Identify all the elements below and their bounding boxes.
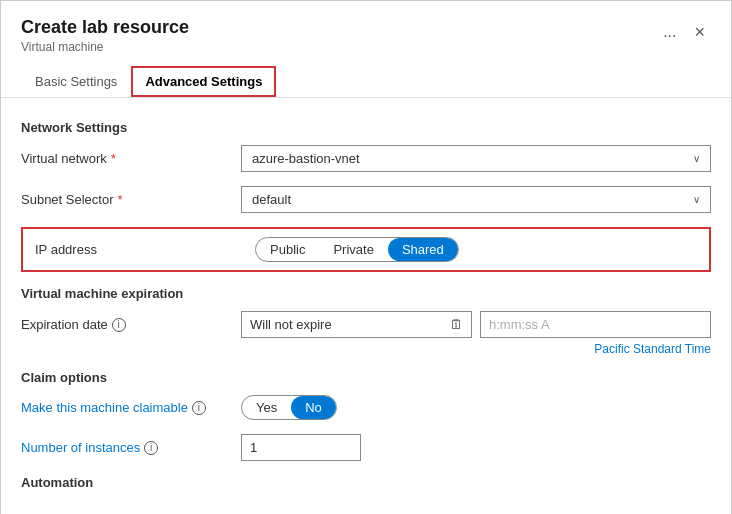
claimable-toggle: Yes No: [241, 395, 337, 420]
subnet-select[interactable]: default ∨: [241, 186, 711, 213]
dialog-title: Create lab resource: [21, 17, 189, 38]
instances-info-icon[interactable]: i: [144, 441, 158, 455]
subnet-required-star: *: [118, 192, 123, 207]
ip-address-label: IP address: [35, 242, 255, 257]
subnet-value: default: [252, 192, 291, 207]
ip-option-public[interactable]: Public: [256, 238, 319, 261]
expiration-date-input[interactable]: Will not expire 🗓: [241, 311, 472, 338]
calendar-icon: 🗓: [450, 317, 463, 332]
claimable-label: Make this machine claimable i: [21, 400, 241, 415]
expiration-section-label: Virtual machine expiration: [21, 286, 711, 301]
subnet-label: Subnet Selector *: [21, 192, 241, 207]
claim-options-section: Claim options Make this machine claimabl…: [21, 370, 711, 461]
tab-advanced[interactable]: Advanced Settings: [131, 66, 276, 97]
required-star: *: [111, 151, 116, 166]
create-lab-resource-dialog: Create lab resource Virtual machine ... …: [0, 0, 732, 514]
subnet-row: Subnet Selector * default ∨: [21, 186, 711, 213]
claimable-row: Make this machine claimable i Yes No: [21, 395, 711, 420]
date-value: Will not expire: [250, 317, 446, 332]
claim-options-label: Claim options: [21, 370, 711, 385]
instances-label: Number of instances i: [21, 440, 241, 455]
virtual-network-row: Virtual network * azure-bastion-vnet ∨: [21, 145, 711, 172]
virtual-network-control: azure-bastion-vnet ∨: [241, 145, 711, 172]
subnet-control: default ∨: [241, 186, 711, 213]
network-settings-label: Network Settings: [21, 120, 711, 135]
dialog-subtitle: Virtual machine: [21, 40, 189, 54]
virtual-network-select[interactable]: azure-bastion-vnet ∨: [241, 145, 711, 172]
expiration-date-row: Expiration date i Will not expire 🗓 h:mm…: [21, 311, 711, 338]
tabs-row: Basic Settings Advanced Settings: [1, 54, 731, 98]
ip-option-private[interactable]: Private: [319, 238, 387, 261]
expiration-info-icon[interactable]: i: [112, 318, 126, 332]
expiration-date-label: Expiration date i: [21, 317, 241, 332]
timezone-text[interactable]: Pacific Standard Time: [594, 342, 711, 356]
claimable-yes[interactable]: Yes: [242, 396, 291, 419]
tab-basic[interactable]: Basic Settings: [21, 66, 131, 97]
claimable-info-icon[interactable]: i: [192, 401, 206, 415]
instances-row: Number of instances i: [21, 434, 711, 461]
virtual-network-value: azure-bastion-vnet: [252, 151, 360, 166]
ip-toggle-group: Public Private Shared: [255, 237, 459, 262]
expiration-section: Virtual machine expiration Expiration da…: [21, 286, 711, 356]
ip-option-shared[interactable]: Shared: [388, 238, 458, 261]
close-button[interactable]: ×: [688, 21, 711, 43]
ellipsis-button[interactable]: ...: [659, 21, 680, 43]
timezone-row: Pacific Standard Time: [21, 342, 711, 356]
network-settings-section: Network Settings Virtual network * azure…: [21, 120, 711, 272]
subnet-chevron: ∨: [693, 194, 700, 205]
dialog-header: Create lab resource Virtual machine ... …: [1, 1, 731, 54]
automation-label: Automation: [21, 475, 711, 490]
claimable-no[interactable]: No: [291, 396, 336, 419]
virtual-network-label: Virtual network *: [21, 151, 241, 166]
ip-address-row: IP address Public Private Shared: [21, 227, 711, 272]
instances-input[interactable]: [241, 434, 361, 461]
title-group: Create lab resource Virtual machine: [21, 17, 189, 54]
dialog-body: Network Settings Virtual network * azure…: [1, 98, 731, 514]
expiration-time-input[interactable]: h:mm:ss A: [480, 311, 711, 338]
header-actions: ... ×: [659, 21, 711, 43]
virtual-network-chevron: ∨: [693, 153, 700, 164]
time-placeholder: h:mm:ss A: [489, 317, 550, 332]
automation-section: Automation: [21, 475, 711, 490]
date-fields: Will not expire 🗓 h:mm:ss A: [241, 311, 711, 338]
